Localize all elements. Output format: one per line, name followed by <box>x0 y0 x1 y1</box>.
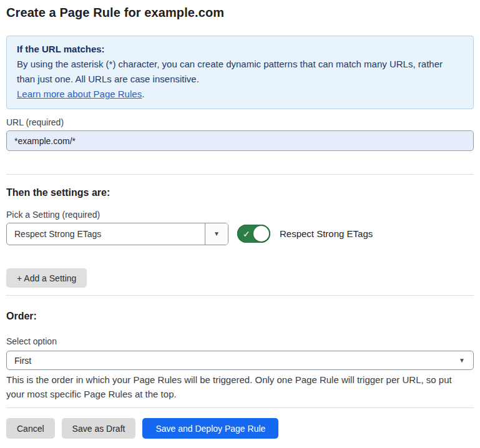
info-box-link-line: Learn more about Page Rules. <box>17 87 463 102</box>
setting-select-value: Respect Strong ETags <box>7 229 205 239</box>
link-suffix: . <box>142 89 144 99</box>
section-divider <box>6 295 474 296</box>
page-title: Create a Page Rule for example.com <box>6 6 224 20</box>
chevron-down-icon: ▼ <box>213 231 220 237</box>
respect-strong-etags-toggle[interactable]: ✓ <box>237 225 270 243</box>
add-setting-button[interactable]: + Add a Setting <box>6 268 87 288</box>
save-and-deploy-button[interactable]: Save and Deploy Page Rule <box>142 418 278 439</box>
toggle-label: Respect Strong ETags <box>280 228 373 239</box>
info-box-body: By using the asterisk (*) character, you… <box>17 57 463 87</box>
url-field-label: URL (required) <box>6 117 64 127</box>
check-icon: ✓ <box>243 230 250 238</box>
section-divider <box>6 174 474 175</box>
setting-select-arrow-box[interactable]: ▼ <box>205 223 228 245</box>
info-box-heading: If the URL matches: <box>17 42 463 57</box>
pick-setting-label: Pick a Setting (required) <box>6 210 100 220</box>
create-page-rule-panel: Create a Page Rule for example.com If th… <box>0 0 480 448</box>
chevron-down-icon: ▼ <box>459 358 473 364</box>
order-help-text: This is the order in which your Page Rul… <box>6 373 471 401</box>
order-select-value: First <box>7 356 459 366</box>
settings-section-heading: Then the settings are: <box>6 187 110 198</box>
cancel-button[interactable]: Cancel <box>6 418 55 439</box>
url-match-info-box: If the URL matches: By using the asteris… <box>6 36 474 109</box>
url-input[interactable] <box>6 130 474 151</box>
footer-divider <box>6 407 474 408</box>
setting-select[interactable]: Respect Strong ETags ▼ <box>6 223 228 245</box>
order-section-heading: Order: <box>6 311 37 322</box>
order-select[interactable]: First ▼ <box>6 351 474 370</box>
order-select-label: Select option <box>6 336 57 346</box>
learn-more-link[interactable]: Learn more about Page Rules <box>17 89 142 99</box>
save-as-draft-button[interactable]: Save as Draft <box>62 418 136 439</box>
toggle-knob <box>253 226 269 241</box>
footer-actions: Cancel Save as Draft Save and Deploy Pag… <box>6 418 278 439</box>
